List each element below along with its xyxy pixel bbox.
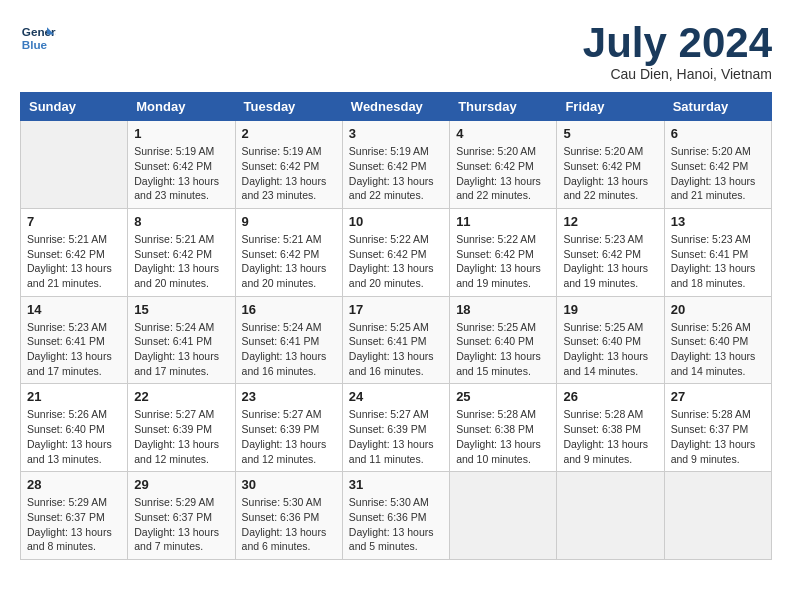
calendar-cell: 31Sunrise: 5:30 AM Sunset: 6:36 PM Dayli…: [342, 472, 449, 560]
calendar-cell: 4Sunrise: 5:20 AM Sunset: 6:42 PM Daylig…: [450, 121, 557, 209]
day-number: 29: [134, 477, 228, 492]
calendar-cell: 30Sunrise: 5:30 AM Sunset: 6:36 PM Dayli…: [235, 472, 342, 560]
day-info: Sunrise: 5:21 AM Sunset: 6:42 PM Dayligh…: [242, 232, 336, 291]
day-number: 2: [242, 126, 336, 141]
weekday-header-saturday: Saturday: [664, 93, 771, 121]
day-number: 30: [242, 477, 336, 492]
calendar-cell: 5Sunrise: 5:20 AM Sunset: 6:42 PM Daylig…: [557, 121, 664, 209]
calendar-cell: 9Sunrise: 5:21 AM Sunset: 6:42 PM Daylig…: [235, 208, 342, 296]
weekday-header-thursday: Thursday: [450, 93, 557, 121]
calendar-cell: 18Sunrise: 5:25 AM Sunset: 6:40 PM Dayli…: [450, 296, 557, 384]
day-number: 1: [134, 126, 228, 141]
day-info: Sunrise: 5:20 AM Sunset: 6:42 PM Dayligh…: [456, 144, 550, 203]
day-number: 16: [242, 302, 336, 317]
day-number: 31: [349, 477, 443, 492]
day-number: 20: [671, 302, 765, 317]
day-number: 23: [242, 389, 336, 404]
calendar-cell: 22Sunrise: 5:27 AM Sunset: 6:39 PM Dayli…: [128, 384, 235, 472]
calendar-cell: 28Sunrise: 5:29 AM Sunset: 6:37 PM Dayli…: [21, 472, 128, 560]
day-info: Sunrise: 5:26 AM Sunset: 6:40 PM Dayligh…: [671, 320, 765, 379]
calendar-cell: 16Sunrise: 5:24 AM Sunset: 6:41 PM Dayli…: [235, 296, 342, 384]
day-info: Sunrise: 5:19 AM Sunset: 6:42 PM Dayligh…: [242, 144, 336, 203]
calendar-cell: 11Sunrise: 5:22 AM Sunset: 6:42 PM Dayli…: [450, 208, 557, 296]
day-info: Sunrise: 5:30 AM Sunset: 6:36 PM Dayligh…: [242, 495, 336, 554]
day-number: 6: [671, 126, 765, 141]
day-info: Sunrise: 5:22 AM Sunset: 6:42 PM Dayligh…: [349, 232, 443, 291]
calendar-cell: 23Sunrise: 5:27 AM Sunset: 6:39 PM Dayli…: [235, 384, 342, 472]
day-number: 17: [349, 302, 443, 317]
day-info: Sunrise: 5:19 AM Sunset: 6:42 PM Dayligh…: [349, 144, 443, 203]
calendar-cell: [21, 121, 128, 209]
day-info: Sunrise: 5:28 AM Sunset: 6:38 PM Dayligh…: [563, 407, 657, 466]
day-number: 12: [563, 214, 657, 229]
calendar-cell: 20Sunrise: 5:26 AM Sunset: 6:40 PM Dayli…: [664, 296, 771, 384]
calendar-cell: 3Sunrise: 5:19 AM Sunset: 6:42 PM Daylig…: [342, 121, 449, 209]
day-info: Sunrise: 5:26 AM Sunset: 6:40 PM Dayligh…: [27, 407, 121, 466]
day-info: Sunrise: 5:28 AM Sunset: 6:37 PM Dayligh…: [671, 407, 765, 466]
day-info: Sunrise: 5:23 AM Sunset: 6:41 PM Dayligh…: [27, 320, 121, 379]
day-number: 4: [456, 126, 550, 141]
day-number: 14: [27, 302, 121, 317]
weekday-header-sunday: Sunday: [21, 93, 128, 121]
day-number: 25: [456, 389, 550, 404]
day-info: Sunrise: 5:23 AM Sunset: 6:42 PM Dayligh…: [563, 232, 657, 291]
calendar-cell: 15Sunrise: 5:24 AM Sunset: 6:41 PM Dayli…: [128, 296, 235, 384]
day-info: Sunrise: 5:27 AM Sunset: 6:39 PM Dayligh…: [349, 407, 443, 466]
day-info: Sunrise: 5:28 AM Sunset: 6:38 PM Dayligh…: [456, 407, 550, 466]
logo: General Blue General Blue: [20, 20, 56, 56]
calendar-cell: 19Sunrise: 5:25 AM Sunset: 6:40 PM Dayli…: [557, 296, 664, 384]
day-number: 5: [563, 126, 657, 141]
weekday-header-tuesday: Tuesday: [235, 93, 342, 121]
calendar-cell: [450, 472, 557, 560]
day-number: 27: [671, 389, 765, 404]
calendar-cell: 2Sunrise: 5:19 AM Sunset: 6:42 PM Daylig…: [235, 121, 342, 209]
day-info: Sunrise: 5:24 AM Sunset: 6:41 PM Dayligh…: [242, 320, 336, 379]
calendar-cell: 24Sunrise: 5:27 AM Sunset: 6:39 PM Dayli…: [342, 384, 449, 472]
day-info: Sunrise: 5:20 AM Sunset: 6:42 PM Dayligh…: [563, 144, 657, 203]
day-number: 9: [242, 214, 336, 229]
svg-text:Blue: Blue: [22, 38, 48, 51]
title-area: July 2024 Cau Dien, Hanoi, Vietnam: [583, 20, 772, 82]
calendar-table: SundayMondayTuesdayWednesdayThursdayFrid…: [20, 92, 772, 560]
calendar-cell: 29Sunrise: 5:29 AM Sunset: 6:37 PM Dayli…: [128, 472, 235, 560]
day-number: 3: [349, 126, 443, 141]
day-info: Sunrise: 5:29 AM Sunset: 6:37 PM Dayligh…: [134, 495, 228, 554]
day-number: 15: [134, 302, 228, 317]
calendar-cell: [664, 472, 771, 560]
calendar-cell: [557, 472, 664, 560]
calendar-cell: 14Sunrise: 5:23 AM Sunset: 6:41 PM Dayli…: [21, 296, 128, 384]
day-number: 10: [349, 214, 443, 229]
day-number: 11: [456, 214, 550, 229]
day-info: Sunrise: 5:24 AM Sunset: 6:41 PM Dayligh…: [134, 320, 228, 379]
calendar-cell: 21Sunrise: 5:26 AM Sunset: 6:40 PM Dayli…: [21, 384, 128, 472]
calendar-cell: 26Sunrise: 5:28 AM Sunset: 6:38 PM Dayli…: [557, 384, 664, 472]
weekday-header-monday: Monday: [128, 93, 235, 121]
calendar-cell: 6Sunrise: 5:20 AM Sunset: 6:42 PM Daylig…: [664, 121, 771, 209]
day-number: 28: [27, 477, 121, 492]
day-info: Sunrise: 5:27 AM Sunset: 6:39 PM Dayligh…: [242, 407, 336, 466]
day-number: 24: [349, 389, 443, 404]
day-info: Sunrise: 5:30 AM Sunset: 6:36 PM Dayligh…: [349, 495, 443, 554]
month-title: July 2024: [583, 20, 772, 66]
day-info: Sunrise: 5:25 AM Sunset: 6:40 PM Dayligh…: [563, 320, 657, 379]
day-number: 19: [563, 302, 657, 317]
day-number: 8: [134, 214, 228, 229]
calendar-cell: 17Sunrise: 5:25 AM Sunset: 6:41 PM Dayli…: [342, 296, 449, 384]
day-number: 26: [563, 389, 657, 404]
day-info: Sunrise: 5:21 AM Sunset: 6:42 PM Dayligh…: [134, 232, 228, 291]
calendar-cell: 12Sunrise: 5:23 AM Sunset: 6:42 PM Dayli…: [557, 208, 664, 296]
day-info: Sunrise: 5:27 AM Sunset: 6:39 PM Dayligh…: [134, 407, 228, 466]
weekday-header-friday: Friday: [557, 93, 664, 121]
calendar-cell: 25Sunrise: 5:28 AM Sunset: 6:38 PM Dayli…: [450, 384, 557, 472]
day-info: Sunrise: 5:23 AM Sunset: 6:41 PM Dayligh…: [671, 232, 765, 291]
calendar-cell: 8Sunrise: 5:21 AM Sunset: 6:42 PM Daylig…: [128, 208, 235, 296]
calendar-cell: 13Sunrise: 5:23 AM Sunset: 6:41 PM Dayli…: [664, 208, 771, 296]
day-info: Sunrise: 5:22 AM Sunset: 6:42 PM Dayligh…: [456, 232, 550, 291]
calendar-cell: 27Sunrise: 5:28 AM Sunset: 6:37 PM Dayli…: [664, 384, 771, 472]
calendar-cell: 10Sunrise: 5:22 AM Sunset: 6:42 PM Dayli…: [342, 208, 449, 296]
day-number: 21: [27, 389, 121, 404]
calendar-cell: 7Sunrise: 5:21 AM Sunset: 6:42 PM Daylig…: [21, 208, 128, 296]
location: Cau Dien, Hanoi, Vietnam: [583, 66, 772, 82]
day-number: 13: [671, 214, 765, 229]
day-info: Sunrise: 5:21 AM Sunset: 6:42 PM Dayligh…: [27, 232, 121, 291]
